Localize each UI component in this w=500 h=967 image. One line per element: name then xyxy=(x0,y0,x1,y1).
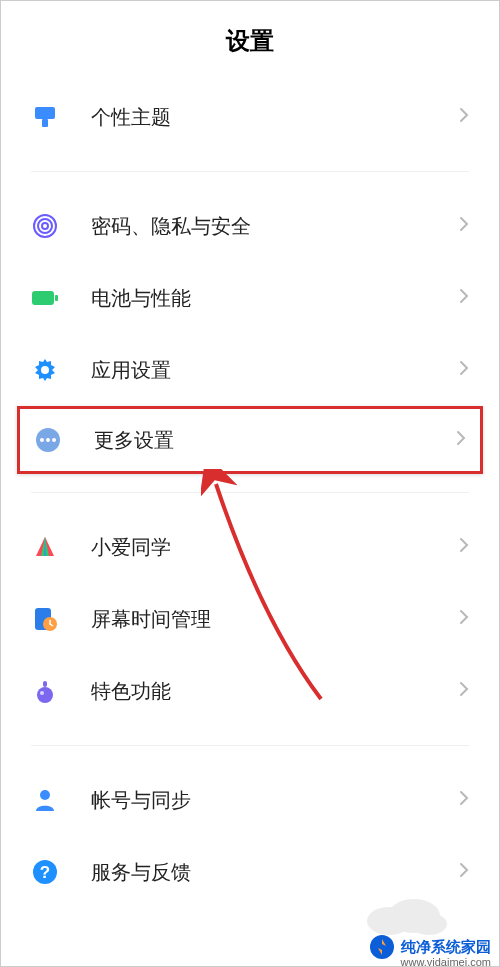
battery-icon xyxy=(31,284,59,312)
svg-point-23 xyxy=(370,935,394,959)
svg-point-17 xyxy=(40,790,50,800)
chevron-right-icon xyxy=(459,107,469,127)
svg-rect-6 xyxy=(55,295,58,301)
settings-item-apps[interactable]: 应用设置 xyxy=(1,334,499,406)
chevron-right-icon xyxy=(459,537,469,557)
gear-icon xyxy=(31,356,59,384)
page-title: 设置 xyxy=(226,25,274,57)
svg-point-4 xyxy=(42,223,48,229)
svg-rect-0 xyxy=(35,107,55,119)
watermark-brand: 纯净系统家园 xyxy=(401,938,491,957)
watermark-logo-icon xyxy=(369,934,395,960)
settings-item-xiaoai[interactable]: 小爱同学 xyxy=(1,511,499,583)
item-label: 帐号与同步 xyxy=(91,787,459,814)
item-label: 个性主题 xyxy=(91,104,459,131)
svg-rect-1 xyxy=(42,119,48,127)
settings-item-theme[interactable]: 个性主题 xyxy=(1,81,499,153)
chevron-right-icon xyxy=(459,288,469,308)
theme-icon xyxy=(31,103,59,131)
settings-item-screentime[interactable]: 屏幕时间管理 xyxy=(1,583,499,655)
feature-icon xyxy=(31,677,59,705)
item-label: 密码、隐私与安全 xyxy=(91,213,459,240)
svg-point-22 xyxy=(411,913,447,935)
svg-point-10 xyxy=(46,438,50,442)
svg-point-16 xyxy=(40,691,44,695)
item-label: 屏幕时间管理 xyxy=(91,606,459,633)
chevron-right-icon xyxy=(459,681,469,701)
item-label: 特色功能 xyxy=(91,678,459,705)
settings-item-privacy[interactable]: 密码、隐私与安全 xyxy=(1,190,499,262)
chevron-right-icon xyxy=(459,862,469,882)
item-label: 电池与性能 xyxy=(91,285,459,312)
more-icon xyxy=(34,426,62,454)
item-label: 服务与反馈 xyxy=(91,859,459,886)
svg-point-9 xyxy=(40,438,44,442)
watermark-url: www.yidaimei.com xyxy=(401,956,491,967)
svg-text:?: ? xyxy=(40,863,50,882)
chevron-right-icon xyxy=(459,216,469,236)
settings-item-features[interactable]: 特色功能 xyxy=(1,655,499,727)
chevron-right-icon xyxy=(459,609,469,629)
svg-point-7 xyxy=(41,366,49,374)
fingerprint-icon xyxy=(31,212,59,240)
svg-rect-5 xyxy=(32,291,54,305)
cloud-decoration xyxy=(359,886,449,936)
divider xyxy=(31,492,469,493)
settings-list: 个性主题 密码、隐私与安全 电池与性能 应用设置 xyxy=(1,81,499,908)
account-icon xyxy=(31,786,59,814)
help-icon: ? xyxy=(31,858,59,886)
page-header: 设置 xyxy=(1,1,499,81)
item-label: 小爱同学 xyxy=(91,534,459,561)
settings-item-more[interactable]: 更多设置 xyxy=(17,406,483,474)
chevron-right-icon xyxy=(459,790,469,810)
divider xyxy=(31,745,469,746)
settings-item-battery[interactable]: 电池与性能 xyxy=(1,262,499,334)
item-label: 更多设置 xyxy=(94,427,456,454)
divider xyxy=(31,171,469,172)
screentime-icon xyxy=(31,605,59,633)
svg-point-11 xyxy=(52,438,56,442)
chevron-right-icon xyxy=(456,430,466,450)
svg-point-3 xyxy=(38,219,52,233)
svg-point-14 xyxy=(37,687,53,703)
svg-rect-15 xyxy=(43,681,47,687)
chevron-right-icon xyxy=(459,360,469,380)
settings-item-account[interactable]: 帐号与同步 xyxy=(1,764,499,836)
item-label: 应用设置 xyxy=(91,357,459,384)
xiaoai-icon xyxy=(31,533,59,561)
